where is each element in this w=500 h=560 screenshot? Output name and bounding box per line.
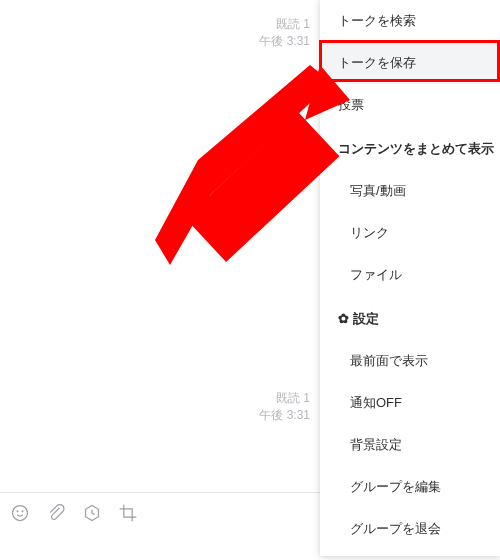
menu-settings-label: 設定 bbox=[353, 311, 379, 326]
menu-search-talk[interactable]: トークを検索 bbox=[320, 0, 500, 42]
context-menu: トークを検索 トークを保存 投票 コンテンツをまとめて表示 写真/動画 リンク … bbox=[320, 0, 500, 556]
menu-poll[interactable]: 投票 bbox=[320, 84, 500, 126]
read-label: 既読 1 bbox=[259, 16, 310, 33]
time-label: 午後 3:31 bbox=[259, 33, 310, 50]
time-label: 午後 3:31 bbox=[259, 407, 310, 424]
sticker-icon[interactable] bbox=[82, 503, 102, 523]
menu-bg-setting[interactable]: 背景設定 bbox=[320, 424, 500, 466]
gear-icon: ✿ bbox=[338, 311, 349, 326]
chat-input-toolbar bbox=[0, 492, 320, 532]
menu-always-top[interactable]: 最前面で表示 bbox=[320, 340, 500, 382]
menu-file[interactable]: ファイル bbox=[320, 254, 500, 296]
crop-icon[interactable] bbox=[118, 503, 138, 523]
attach-icon[interactable] bbox=[46, 503, 66, 523]
menu-photo-video[interactable]: 写真/動画 bbox=[320, 170, 500, 212]
message-status: 既読 1 午後 3:31 bbox=[259, 16, 310, 50]
menu-settings-heading: ✿設定 bbox=[320, 296, 500, 340]
menu-link[interactable]: リンク bbox=[320, 212, 500, 254]
menu-save-talk[interactable]: トークを保存 bbox=[320, 42, 500, 84]
menu-edit-group[interactable]: グループを編集 bbox=[320, 466, 500, 508]
svg-point-0 bbox=[13, 505, 28, 520]
menu-notify-off[interactable]: 通知OFF bbox=[320, 382, 500, 424]
chat-background: 既読 1 午後 3:31 既読 1 午後 3:31 bbox=[0, 0, 320, 495]
svg-point-2 bbox=[22, 510, 23, 511]
svg-point-1 bbox=[17, 510, 18, 511]
read-label: 既読 1 bbox=[259, 390, 310, 407]
emoji-icon[interactable] bbox=[10, 503, 30, 523]
menu-contents-heading: コンテンツをまとめて表示 bbox=[320, 126, 500, 170]
menu-leave-group[interactable]: グループを退会 bbox=[320, 508, 500, 550]
message-status: 既読 1 午後 3:31 bbox=[259, 390, 310, 424]
